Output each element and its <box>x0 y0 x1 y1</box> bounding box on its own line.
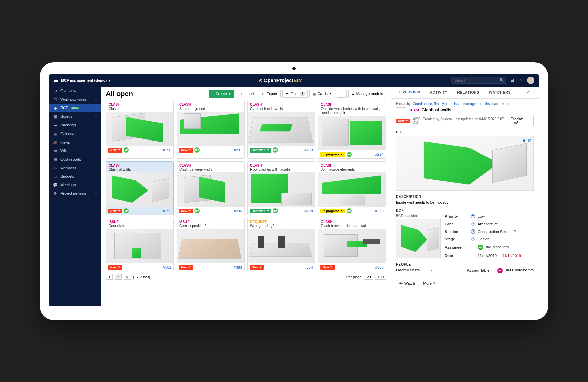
work-card[interactable]: CLASHRoof clashes with facadeResolved ▼B… <box>247 161 315 215</box>
sidebar-item-news[interactable]: 📣News <box>49 138 101 147</box>
sidebar-icon: ▦ <box>53 114 58 119</box>
sidebar-item-work-packages[interactable]: ▢Work packages→ <box>49 95 101 104</box>
sidebar-item-cost-reports[interactable]: ▤Cost reports <box>49 155 101 164</box>
close-icon[interactable]: ✕ <box>532 90 535 94</box>
page-1[interactable]: 1 <box>106 274 113 280</box>
tab-relations[interactable]: RELATIONS <box>457 87 479 98</box>
card-id[interactable]: #296 <box>234 209 242 213</box>
sidebar-item-project-settings[interactable]: ⚙Project settings→ <box>49 189 101 198</box>
work-card[interactable]: CLASHStairs not joinedNew ▼BM#291 <box>177 101 245 159</box>
sidebar-item-backlogs[interactable]: ≣Backlogs <box>49 121 101 130</box>
detail-status[interactable]: New ▼ <box>396 119 410 123</box>
card-id[interactable]: #384 <box>305 265 313 269</box>
card-id[interactable]: #293 <box>305 148 313 152</box>
work-card[interactable]: CLASHClash between wallsNew ▼BM#296 <box>177 161 245 215</box>
apps-icon[interactable]: ⊞ <box>509 77 515 83</box>
card-title: Correct position? <box>179 224 242 228</box>
status-badge[interactable]: New ▼ <box>179 209 193 213</box>
bc-link-1[interactable]: Coordination, first cycle <box>412 102 448 106</box>
filter-button[interactable]: ▼ Filter 1 <box>282 90 308 98</box>
field-priority: Priority <box>445 214 469 218</box>
status-badge[interactable]: In progress ▼ <box>320 152 345 157</box>
sidebar-item-calendar[interactable]: ▦Calendar <box>49 130 101 138</box>
sidebar-item-boards[interactable]: ▦Boards→ <box>49 112 101 121</box>
status-badge[interactable]: New ▼ <box>250 265 264 270</box>
status-badge[interactable]: New ▼ <box>179 148 193 153</box>
tab-overview[interactable]: OVERVIEW <box>399 87 420 98</box>
sidebar-item-budgets[interactable]: ▭Budgets <box>49 172 101 181</box>
card-id[interactable]: #382 <box>163 265 171 269</box>
trash-icon[interactable]: 🗑 <box>528 138 531 143</box>
work-card[interactable]: CLASHJoin facade elementsIn progress ▼BM… <box>318 161 386 215</box>
per-page-100[interactable]: 100 <box>375 274 386 280</box>
search-input[interactable] <box>451 77 506 84</box>
sidebar-item-label: Work packages <box>60 97 87 101</box>
cube-icon[interactable]: ◆ <box>523 138 525 143</box>
card-thumbnail <box>106 229 173 263</box>
create-button[interactable]: + Create ▼ <box>209 90 234 98</box>
sidebar-item-meetings[interactable]: 💬Meetings <box>49 181 101 189</box>
sidebar-item-overview[interactable]: ◷Overview <box>49 87 101 95</box>
field-label: Label <box>445 222 469 226</box>
export-button[interactable]: ⇤ Export <box>259 90 281 98</box>
info-icon[interactable]: ? <box>471 214 475 218</box>
status-badge[interactable]: New ▼ <box>179 265 193 270</box>
card-id[interactable]: #291 <box>234 148 242 152</box>
status-badge[interactable]: New ▼ <box>108 209 122 213</box>
page-2[interactable]: 2 <box>115 274 122 280</box>
card-id[interactable]: #385 <box>375 265 384 269</box>
bcf-viewer[interactable]: ◆ 🗑 <box>396 136 534 191</box>
work-card[interactable]: CLASHOutside wall clashes with inside wa… <box>318 101 386 159</box>
card-id[interactable]: #299 <box>375 209 384 213</box>
card-id[interactable]: #298 <box>305 209 313 213</box>
page-next[interactable]: > <box>124 274 131 280</box>
sidebar-item-members[interactable]: ☺Members <box>49 164 101 172</box>
escalate-button[interactable]: Escalate now! <box>508 116 534 126</box>
work-card[interactable]: CLASHClash between duct and wallNew ▼#38… <box>318 218 386 271</box>
more-button[interactable]: More ▼ <box>420 280 439 287</box>
sidebar-item-bcf[interactable]: ◆BCFNEW→ <box>49 104 101 112</box>
hamburger-icon[interactable] <box>54 79 58 82</box>
import-button[interactable]: ⇥ Import <box>236 90 257 98</box>
card-thumbnail <box>177 229 244 263</box>
user-avatar[interactable] <box>527 77 534 84</box>
tab-activity[interactable]: ACTIVITY <box>430 87 448 98</box>
work-card[interactable]: CLASHClash of wallsNew ▼BM#295 <box>106 161 174 215</box>
help-icon[interactable]: ? <box>518 77 524 83</box>
status-badge[interactable]: In progress ▼ <box>320 209 345 213</box>
work-card[interactable]: ISSUECorrect position?New ▼#383 <box>177 218 245 271</box>
card-id[interactable]: #295 <box>163 209 171 213</box>
info-icon[interactable]: ? <box>471 237 475 241</box>
status-badge[interactable]: Resolved ▼ <box>250 209 271 213</box>
edit-icon[interactable]: ✎ <box>502 102 505 106</box>
card-id[interactable]: #294 <box>375 152 384 156</box>
bcf-snapshot[interactable] <box>396 219 441 258</box>
back-button[interactable]: ← <box>396 107 406 114</box>
watch-button[interactable]: 👁 Watch <box>396 280 418 287</box>
sidebar-item-wiki[interactable]: ▭Wiki <box>49 147 101 155</box>
project-selector[interactable]: BCF management (demo) ▼ <box>61 78 111 82</box>
card-thumbnail <box>177 172 244 207</box>
bc-link-2[interactable]: Issue management, first cycle <box>454 102 499 106</box>
bc-close-icon[interactable]: ✕ <box>507 102 510 106</box>
status-badge[interactable]: New ▼ <box>320 265 335 270</box>
search-icon[interactable]: 🔍 <box>499 78 504 82</box>
expand-icon[interactable]: ⤢ <box>526 90 529 94</box>
view-cards-button[interactable]: ▦ Cards ▼ <box>309 90 335 98</box>
work-card[interactable]: CLASHClashNew ▼BM#290 <box>106 101 174 159</box>
tab-watchers[interactable]: WATCHERS <box>489 87 511 98</box>
info-icon[interactable]: ? <box>471 229 475 234</box>
per-page-20[interactable]: 20 <box>364 274 373 280</box>
status-badge[interactable]: Resolved ▼ <box>250 148 271 153</box>
manage-models-button[interactable]: ⚙ Manage models <box>348 90 386 98</box>
card-id[interactable]: #383 <box>234 265 242 269</box>
work-card[interactable]: CLASHClash of inside wallsResolved ▼BM#2… <box>247 101 315 159</box>
status-badge[interactable]: New ▼ <box>108 148 122 153</box>
status-badge[interactable]: New ▼ <box>108 265 122 270</box>
card-id[interactable]: #290 <box>163 148 171 152</box>
fullscreen-button[interactable]: ⛶ <box>337 90 347 98</box>
work-card[interactable]: ISSUEDoor sizeNew ▼#382 <box>106 218 174 271</box>
info-icon[interactable]: ? <box>471 222 475 226</box>
field-stage: Stage <box>445 237 469 241</box>
work-card[interactable]: REQUESTWrong ending?New ▼#384 <box>247 218 315 271</box>
